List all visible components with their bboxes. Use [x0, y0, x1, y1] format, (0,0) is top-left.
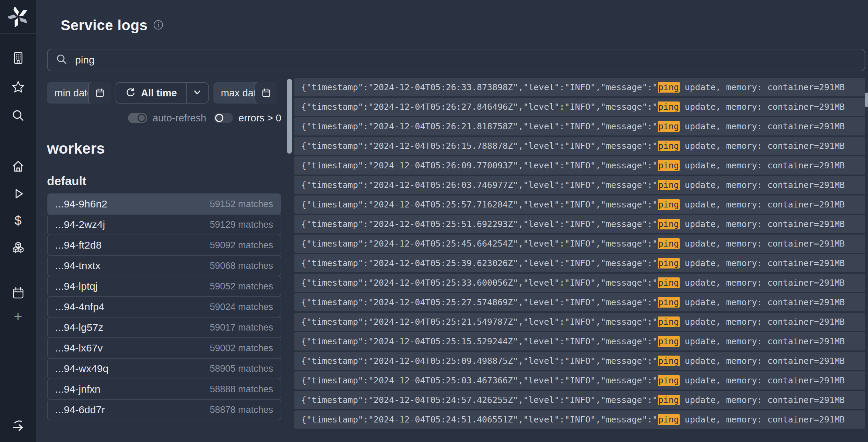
log-prefix: {"timestamp":"2024-12-04T05:25:51.692293… — [301, 219, 658, 229]
worker-id: ...94-lx67v — [55, 342, 103, 354]
log-row[interactable]: {"timestamp":"2024-12-04T05:26:21.818758… — [294, 117, 865, 135]
log-row[interactable]: {"timestamp":"2024-12-04T05:25:27.574869… — [294, 293, 865, 311]
errors-only-toggle-pill[interactable] — [214, 113, 233, 123]
toggle-knob — [215, 114, 223, 122]
log-highlight: ping — [658, 336, 680, 347]
log-prefix: {"timestamp":"2024-12-04T05:25:57.716284… — [301, 200, 658, 210]
runs-play-icon[interactable] — [10, 186, 26, 202]
worker-match-count: 58888 matches — [210, 384, 273, 395]
log-highlight: ping — [658, 160, 680, 171]
info-icon[interactable] — [153, 20, 164, 32]
min-date-calendar-button[interactable] — [88, 82, 111, 104]
worker-row[interactable]: ...94-lg57z 59017 matches — [47, 317, 281, 338]
sidebar-divider — [0, 33, 36, 34]
worker-row[interactable]: ...94-6dd7r 58878 matches — [47, 399, 281, 420]
log-search-bar[interactable] — [47, 49, 865, 71]
app-window: $ + — [0, 0, 868, 442]
log-row[interactable]: {"timestamp":"2024-12-04T05:25:09.498875… — [294, 352, 865, 370]
log-prefix: {"timestamp":"2024-12-04T05:24:57.426255… — [301, 395, 658, 405]
log-row[interactable]: {"timestamp":"2024-12-04T05:25:45.664254… — [294, 235, 865, 253]
log-prefix: {"timestamp":"2024-12-04T05:25:21.549787… — [301, 317, 658, 327]
worker-row[interactable]: ...94-lptqj 59052 matches — [47, 276, 281, 297]
auto-refresh-toggle-pill[interactable] — [128, 113, 147, 123]
time-range-main[interactable]: All time — [116, 83, 186, 103]
refresh-icon — [125, 87, 136, 99]
worker-match-count: 59152 matches — [210, 199, 273, 210]
windmill-logo-icon[interactable] — [8, 7, 28, 27]
worker-id: ...94-lg57z — [55, 322, 103, 333]
worker-row[interactable]: ...94-jnfxn 58888 matches — [47, 379, 281, 400]
log-suffix: update, memory: container=291MB — [680, 395, 845, 405]
log-prefix: {"timestamp":"2024-12-04T05:26:33.873898… — [301, 82, 658, 92]
log-prefix: {"timestamp":"2024-12-04T05:26:21.818758… — [301, 121, 658, 131]
log-prefix: {"timestamp":"2024-12-04T05:25:15.529244… — [301, 336, 658, 346]
toggles-row: auto-refresh errors > 0 — [47, 110, 281, 126]
add-plus-icon[interactable]: + — [10, 309, 26, 324]
worker-row[interactable]: ...94-2wz4j 59129 matches — [47, 214, 281, 235]
toggle-knob — [138, 114, 146, 122]
log-prefix: {"timestamp":"2024-12-04T05:26:03.746977… — [301, 180, 658, 190]
page-header: Service logs — [47, 0, 865, 34]
log-highlight: ping — [658, 395, 680, 405]
log-highlight: ping — [658, 82, 680, 93]
search-input[interactable] — [74, 54, 856, 66]
log-row[interactable]: {"timestamp":"2024-12-04T05:25:03.467366… — [294, 371, 865, 390]
max-date-calendar-button[interactable] — [255, 82, 277, 104]
log-suffix: update, memory: container=291MB — [680, 297, 845, 307]
sidebar-search-icon[interactable] — [10, 108, 26, 123]
billing-dollar-icon[interactable]: $ — [10, 213, 26, 229]
errors-only-toggle[interactable]: errors > 0 — [214, 112, 281, 124]
log-suffix: update, memory: container=291MB — [680, 336, 845, 346]
log-row[interactable]: {"timestamp":"2024-12-04T05:26:33.873898… — [294, 78, 865, 96]
worker-row[interactable]: ...94-9h6n2 59152 matches — [47, 193, 281, 215]
schedules-calendar-icon[interactable] — [10, 285, 26, 301]
worker-row[interactable]: ...94-ft2d8 59092 matches — [47, 235, 281, 256]
log-row[interactable]: {"timestamp":"2024-12-04T05:26:03.746977… — [294, 176, 865, 194]
log-row[interactable]: {"timestamp":"2024-12-04T05:26:09.770093… — [294, 156, 865, 175]
log-suffix: update, memory: container=291MB — [680, 102, 845, 112]
favorites-star-icon[interactable] — [10, 79, 26, 95]
log-row[interactable]: {"timestamp":"2024-12-04T05:25:51.692293… — [294, 215, 865, 233]
worker-row[interactable]: ...94-lx67v 59002 matches — [47, 337, 281, 359]
log-row[interactable]: {"timestamp":"2024-12-04T05:25:57.716284… — [294, 195, 865, 214]
log-scrollbar-thumb[interactable] — [287, 79, 292, 154]
time-range-button[interactable]: All time — [116, 82, 209, 104]
worker-row[interactable]: ...94-tnxtx 59068 matches — [47, 255, 281, 276]
worker-row[interactable]: ...94-4nfp4 59024 matches — [47, 296, 281, 318]
page-scrollbar-thumb[interactable] — [865, 93, 868, 107]
resources-cubes-icon[interactable] — [10, 240, 26, 256]
log-highlight: ping — [658, 258, 680, 268]
sidebar-expand-arrow-icon[interactable] — [10, 418, 26, 434]
log-suffix: update, memory: container=291MB — [680, 82, 845, 92]
log-row[interactable]: {"timestamp":"2024-12-04T05:25:39.623026… — [294, 254, 865, 272]
log-row[interactable]: {"timestamp":"2024-12-04T05:25:21.549787… — [294, 313, 865, 331]
time-range-caret-button[interactable] — [187, 83, 208, 103]
worker-id: ...94-9h6n2 — [55, 198, 107, 210]
worker-row[interactable]: ...94-wx49q 58905 matches — [47, 358, 281, 379]
min-date-field[interactable]: min date — [47, 82, 111, 104]
log-prefix: {"timestamp":"2024-12-04T05:25:03.467366… — [301, 375, 658, 385]
log-row[interactable]: {"timestamp":"2024-12-04T05:26:27.846496… — [294, 98, 865, 116]
log-highlight: ping — [658, 101, 680, 112]
home-icon[interactable] — [10, 158, 26, 174]
log-row[interactable]: {"timestamp":"2024-12-04T05:25:15.529244… — [294, 332, 865, 350]
log-row[interactable]: {"timestamp":"2024-12-04T05:24:51.406551… — [294, 410, 865, 429]
log-row[interactable]: {"timestamp":"2024-12-04T05:25:33.600056… — [294, 274, 865, 292]
worker-id: ...94-wx49q — [55, 363, 108, 374]
worker-id: ...94-lptqj — [55, 280, 97, 292]
log-suffix: update, memory: container=291MB — [680, 239, 845, 249]
time-range-label: All time — [141, 87, 177, 99]
worker-id: ...94-4nfp4 — [55, 301, 104, 313]
log-highlight: ping — [658, 180, 680, 190]
max-date-field[interactable]: max date — [213, 82, 277, 104]
log-suffix: update, memory: container=291MB — [680, 160, 845, 170]
errors-only-label: errors > 0 — [238, 112, 281, 124]
workspace-icon[interactable] — [10, 50, 26, 66]
worker-id: ...94-tnxtx — [55, 260, 101, 272]
log-suffix: update, memory: container=291MB — [680, 317, 845, 327]
auto-refresh-toggle[interactable]: auto-refresh — [128, 112, 206, 124]
log-panel: {"timestamp":"2024-12-04T05:26:33.873898… — [281, 78, 865, 430]
log-row[interactable]: {"timestamp":"2024-12-04T05:24:57.426255… — [294, 391, 865, 409]
log-row[interactable]: {"timestamp":"2024-12-04T05:26:15.788878… — [294, 137, 865, 155]
log-suffix: update, memory: container=291MB — [680, 219, 845, 229]
